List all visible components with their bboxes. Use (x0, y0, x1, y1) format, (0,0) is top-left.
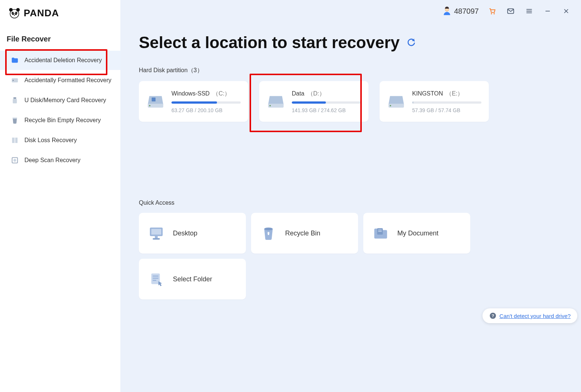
highlight-disk-d (250, 74, 362, 132)
svg-rect-10 (13, 97, 16, 99)
disk-title: KINGSTON（E:） (412, 90, 481, 98)
sidebar-item-udisk[interactable]: U Disk/Memory Card Recovery (0, 91, 120, 110)
sidebar: PANDA File Recover Accidental Deletion R… (0, 0, 120, 392)
svg-point-2 (16, 8, 20, 12)
sidebar-heading: File Recover (0, 35, 120, 43)
panda-icon (8, 7, 21, 19)
svg-rect-22 (152, 98, 156, 101)
sidebar-item-label: Accidentally Formatted Recovery (24, 77, 111, 84)
refresh-icon (406, 37, 416, 47)
disk-size-text: 63.27 GB / 200.10 GB (171, 107, 241, 113)
svg-point-6 (16, 13, 16, 13)
disk-title: Windows-SSD（C:） (171, 90, 241, 98)
book-icon (10, 136, 19, 145)
recyclebin-icon (260, 225, 277, 242)
sidebar-item-label: Recycle Bin Empty Recovery (24, 117, 101, 124)
disk-size-text: 57.39 GB / 57.74 GB (412, 107, 481, 113)
refresh-button[interactable] (406, 37, 416, 48)
highlight-sidebar-item (5, 49, 107, 75)
svg-rect-35 (378, 231, 382, 232)
svg-point-15 (13, 159, 16, 161)
scan-icon (10, 156, 19, 165)
main-content: Select a location to start recovery Hard… (120, 0, 581, 392)
quick-label: Select Folder (173, 275, 212, 283)
quick-desktop[interactable]: Desktop (139, 213, 246, 254)
svg-rect-11 (13, 99, 17, 103)
sidebar-item-label: Disk Loss Recovery (24, 137, 77, 144)
document-folder-icon (372, 225, 389, 242)
quick-label: My Document (397, 229, 438, 237)
disk-card-row: Windows-SSD（C:） 63.27 GB / 200.10 GB Dat… (139, 81, 562, 122)
svg-point-9 (13, 80, 14, 81)
quick-selectfolder[interactable]: Select Folder (139, 259, 246, 299)
svg-point-5 (13, 13, 13, 13)
svg-rect-38 (153, 278, 158, 279)
hdd-icon (387, 92, 405, 111)
disk-usage-bar (171, 101, 241, 104)
svg-point-7 (14, 15, 15, 16)
quick-recyclebin[interactable]: Recycle Bin (251, 213, 358, 254)
svg-text:?: ? (491, 313, 494, 318)
trash-icon (10, 116, 19, 125)
svg-rect-13 (14, 138, 16, 143)
svg-rect-39 (153, 280, 156, 281)
svg-point-1 (9, 8, 13, 12)
desktop-icon (148, 225, 165, 242)
svg-rect-34 (378, 229, 382, 230)
svg-point-32 (264, 228, 273, 231)
sidebar-item-label: Deep Scan Recovery (24, 157, 80, 164)
svg-rect-29 (151, 229, 161, 235)
svg-point-27 (390, 105, 391, 107)
drive-icon (10, 76, 19, 85)
disk-info: KINGSTON（E:） 57.39 GB / 57.74 GB (412, 90, 481, 113)
help-link[interactable]: Can't detect your hard drive? (500, 313, 571, 319)
sidebar-item-deepscan[interactable]: Deep Scan Recovery (0, 151, 120, 170)
quick-access-grid: Desktop Recycle Bin My Document Select F… (139, 213, 562, 299)
quick-label: Recycle Bin (285, 229, 320, 237)
sidebar-item-recyclebin[interactable]: Recycle Bin Empty Recovery (0, 111, 120, 130)
disk-card-c[interactable]: Windows-SSD（C:） 63.27 GB / 200.10 GB (139, 81, 248, 122)
svg-rect-31 (153, 238, 160, 239)
quick-mydocument[interactable]: My Document (363, 213, 470, 254)
help-pill[interactable]: ? Can't detect your hard drive? (483, 308, 577, 323)
usb-icon (10, 96, 19, 105)
page-title-row: Select a location to start recovery (139, 33, 562, 52)
sidebar-item-diskloss[interactable]: Disk Loss Recovery (0, 131, 120, 150)
svg-point-23 (149, 105, 151, 107)
quick-label: Desktop (173, 229, 197, 237)
select-folder-icon (148, 271, 165, 288)
help-icon: ? (489, 312, 497, 319)
page-title: Select a location to start recovery (139, 33, 400, 52)
app-logo: PANDA (0, 7, 120, 19)
svg-rect-37 (153, 275, 158, 277)
sidebar-item-label: U Disk/Memory Card Recovery (24, 97, 106, 104)
brand-text: PANDA (24, 7, 59, 19)
partition-section-label: Hard Disk partition（3） (139, 67, 562, 74)
quick-access-label: Quick Access (139, 200, 562, 206)
svg-rect-12 (13, 118, 17, 119)
hdd-icon (146, 92, 165, 111)
disk-info: Windows-SSD（C:） 63.27 GB / 200.10 GB (171, 90, 241, 113)
disk-usage-bar (412, 101, 481, 104)
disk-card-e[interactable]: KINGSTON（E:） 57.39 GB / 57.74 GB (380, 81, 489, 122)
svg-rect-30 (155, 236, 158, 238)
